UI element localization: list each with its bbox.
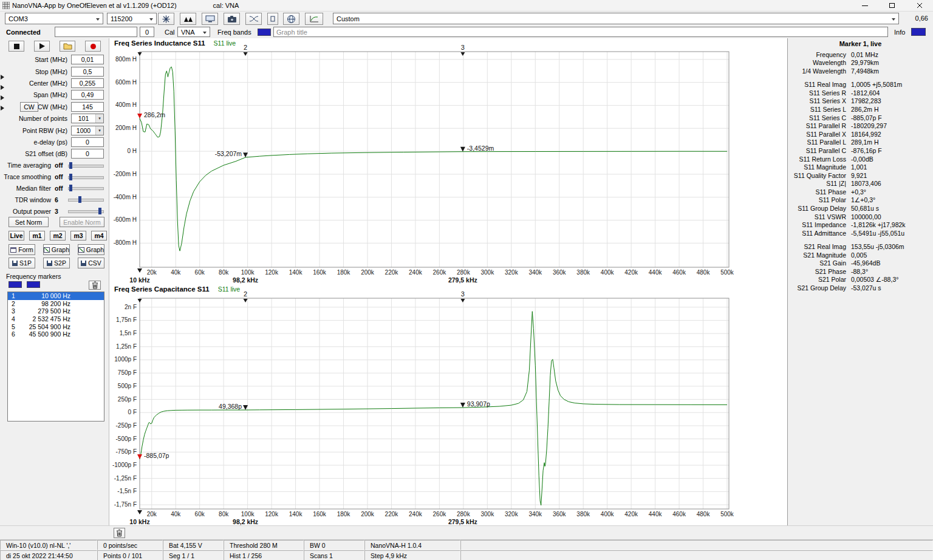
param-select[interactable]: 1000▾ <box>71 126 104 135</box>
param-input[interactable]: 0,255 <box>71 78 104 88</box>
clear-graphs-button[interactable] <box>114 528 125 538</box>
trace-button-m2[interactable]: m2 <box>50 231 66 241</box>
minimize-button[interactable] <box>851 0 878 12</box>
graph-axes-button[interactable] <box>305 13 323 25</box>
svg-text:220k: 220k <box>385 511 399 517</box>
screenshot-button[interactable] <box>224 13 240 25</box>
cal-mode-select[interactable]: VNA <box>177 27 210 37</box>
info-color-swatch[interactable] <box>911 28 926 36</box>
svg-text:-53,207m: -53,207m <box>215 150 242 157</box>
slider-row: TDR window6 <box>0 194 104 205</box>
slider[interactable] <box>68 196 104 203</box>
file-button-s2p[interactable]: S2P <box>43 258 70 268</box>
slider-thumb[interactable] <box>78 196 81 203</box>
slider[interactable] <box>68 208 104 214</box>
svg-text:420k: 420k <box>624 511 638 517</box>
frequency-marker-item[interactable]: 645 500 900 Hz <box>8 330 104 338</box>
maximize-button[interactable] <box>878 0 906 12</box>
slider-label: Output power <box>0 208 51 215</box>
trace-button-m4[interactable]: m4 <box>91 231 107 241</box>
frequency-marker-list[interactable]: 110 000 Hz298 200 Hz3279 500 Hz42 532 47… <box>7 292 104 422</box>
slider-label: Median filter <box>0 185 51 192</box>
slider-thumb[interactable] <box>69 162 72 169</box>
trace-button-m1[interactable]: m1 <box>29 231 45 241</box>
chart-title: Freq Series Inductance S11 <box>114 39 205 47</box>
marker-field-value: -180209,297 <box>851 122 887 129</box>
svg-text:320k: 320k <box>505 511 519 517</box>
connected-input[interactable] <box>55 27 137 37</box>
slider-thumb[interactable] <box>69 174 72 180</box>
svg-text:360k: 360k <box>553 511 567 517</box>
marker-field-label: S11 Return Loss <box>788 155 846 163</box>
param-label: Center (MHz) <box>0 80 67 87</box>
play-icon <box>39 43 45 49</box>
frequency-marker-item[interactable]: 298 200 Hz <box>8 300 104 308</box>
marker-panel-title: Marker 1, live <box>788 40 933 47</box>
trace-button-live[interactable]: Live <box>9 231 24 241</box>
cw-button[interactable]: CW <box>20 102 38 112</box>
param-input[interactable]: 0 <box>71 137 104 147</box>
svg-text:2: 2 <box>244 44 247 51</box>
chart-legend: S11 live <box>214 39 236 47</box>
set-norm-button[interactable]: Set Norm <box>9 217 49 227</box>
capacitance-chart-block: Freq Series Capacitance S11 S11 live 20k… <box>109 284 787 525</box>
globe-button[interactable] <box>283 13 299 25</box>
frequency-marker-item[interactable]: 42 532 475 Hz <box>8 315 104 323</box>
frequency-marker-item[interactable]: 110 000 Hz <box>8 292 104 300</box>
param-input[interactable]: 0,01 <box>71 55 104 64</box>
small-tool-button[interactable] <box>267 13 278 25</box>
marker-readout-row: S11 Parallel L289,1m H <box>788 138 933 147</box>
param-select[interactable]: 101▾ <box>71 114 104 123</box>
baud-rate-select[interactable]: 115200 <box>107 13 157 24</box>
file-button-s1p[interactable]: S1P <box>9 258 35 268</box>
slider[interactable] <box>68 185 104 191</box>
file-button-csv[interactable]: CSV <box>78 258 104 268</box>
com-port-select[interactable]: COM3 <box>5 13 103 24</box>
param-label: Point RBW (Hz) <box>0 127 67 134</box>
param-input[interactable]: 0 <box>71 149 104 159</box>
open-folder-button[interactable] <box>60 41 75 52</box>
capacitance-chart[interactable]: 20k40k60k80k100k120k140k160k180k200k220k… <box>109 284 787 525</box>
view-button-form[interactable]: Form <box>9 244 35 255</box>
param-row: S21 offset (dB)0 <box>0 149 104 159</box>
frequency-marker-item[interactable]: 525 504 900 Hz <box>8 323 104 330</box>
param-input[interactable]: 145 <box>71 102 104 112</box>
close-button[interactable] <box>906 0 933 12</box>
preset-select[interactable]: Custom <box>333 13 899 24</box>
view-button-graph[interactable]: Graph <box>43 244 70 255</box>
record-button[interactable] <box>85 41 101 52</box>
marker-color-swatch[interactable] <box>27 281 40 288</box>
slider-thumb[interactable] <box>98 208 101 214</box>
trace-button-m3[interactable]: m3 <box>70 231 86 241</box>
svg-text:98,2 kHz: 98,2 kHz <box>233 276 258 284</box>
graph-title-placeholder: Graph title <box>276 29 307 36</box>
snowflake-button[interactable] <box>158 13 174 25</box>
cal-count-input[interactable]: 0 <box>140 27 154 37</box>
param-input[interactable]: 0,5 <box>71 67 104 77</box>
frequency-marker-item[interactable]: 3279 500 Hz <box>8 307 104 315</box>
delete-markers-button[interactable] <box>89 281 101 290</box>
graph-title-input[interactable]: Graph title <box>273 27 888 37</box>
slider-thumb[interactable] <box>69 185 72 191</box>
view-button-graph[interactable]: Graph <box>78 244 104 255</box>
play-button[interactable] <box>34 41 50 52</box>
save-icon <box>12 261 18 266</box>
svg-text:300k: 300k <box>480 511 494 517</box>
split-arrows-button[interactable] <box>245 13 262 25</box>
svg-text:200k: 200k <box>361 269 375 276</box>
enable-norm-button[interactable]: Enable Norm <box>60 217 104 227</box>
slider[interactable] <box>68 174 104 180</box>
slider[interactable] <box>68 162 104 169</box>
inductance-chart[interactable]: 20k40k60k80k100k120k140k160k180k200k220k… <box>109 38 787 284</box>
freq-bands-color-swatch[interactable] <box>258 29 271 36</box>
marker-color-swatch[interactable] <box>9 281 22 288</box>
display-button[interactable] <box>202 13 218 25</box>
svg-text:0 F: 0 F <box>128 409 137 415</box>
up-arrows-button[interactable] <box>180 13 196 25</box>
param-input[interactable]: 0,49 <box>71 90 104 100</box>
stop-button[interactable] <box>9 41 24 52</box>
svg-text:0 H: 0 H <box>127 148 137 154</box>
marker-readout-row: S11 Impedance-1,8126k +j17,982k <box>788 220 933 229</box>
statusbar: Win-10 (v10.0) nl-NL ','0 points/secBat … <box>0 539 933 560</box>
statusbar-row: di 25 okt 2022 21:44:50Points 0 / 101Seg… <box>0 550 933 560</box>
